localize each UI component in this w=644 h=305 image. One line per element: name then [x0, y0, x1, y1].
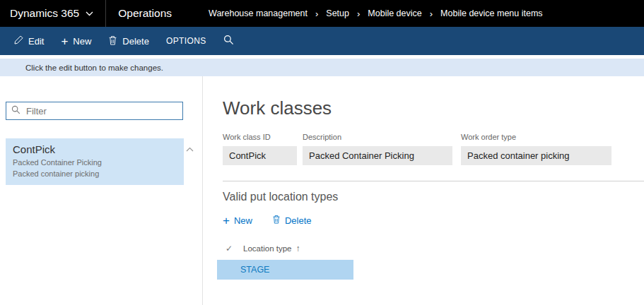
search-icon: [11, 104, 21, 117]
breadcrumb-item-mobile-device-menu-items[interactable]: Mobile device menu items: [440, 8, 543, 18]
field-value[interactable]: Packed Container Picking: [303, 146, 452, 165]
delete-button[interactable]: Delete: [104, 32, 153, 50]
app-window: Dynamics 365 Operations Warehouse manage…: [0, 0, 644, 305]
breadcrumb-separator-icon: ›: [357, 8, 360, 19]
content-area: ContPick Packed Container Picking Packed…: [0, 76, 644, 305]
list-item-subtitle-1: Packed Container Picking: [13, 158, 177, 167]
sort-ascending-icon: ↑: [295, 244, 300, 253]
message-bar-text: Click the edit button to make changes.: [25, 64, 163, 72]
grid-delete-label: Delete: [285, 215, 312, 226]
detail-panel: Work classes Work class ID ContPick Desc…: [203, 76, 644, 305]
breadcrumb-separator-icon: ›: [315, 8, 318, 19]
grid-new-button[interactable]: + New: [223, 215, 252, 226]
field-group-row: Work class ID ContPick Description Packe…: [223, 133, 644, 165]
search-button[interactable]: [219, 32, 238, 50]
options-menu-button[interactable]: OPTIONS: [162, 33, 211, 49]
filter-input[interactable]: [25, 105, 182, 117]
field-value[interactable]: ContPick: [223, 146, 297, 165]
plus-icon: +: [61, 37, 68, 46]
breadcrumb-item-warehouse-management[interactable]: Warehouse management: [209, 8, 308, 18]
field-label: Work class ID: [223, 133, 297, 141]
trash-icon: [272, 215, 281, 226]
grid-new-label: New: [234, 215, 252, 226]
options-label: OPTIONS: [166, 36, 206, 46]
grid-row-stage[interactable]: STAGE: [217, 260, 353, 280]
grid-header-row: ✓ Location type ↑: [223, 244, 644, 253]
list-item-subtitle-2: Packed container picking: [13, 169, 177, 178]
breadcrumb-separator-icon: ›: [430, 8, 433, 19]
grid-delete-button[interactable]: Delete: [272, 215, 312, 226]
brand-label: Dynamics 365: [10, 7, 79, 20]
filter-box: [6, 102, 183, 120]
record-list-panel: ContPick Packed Container Picking Packed…: [0, 76, 203, 305]
brand-menu[interactable]: Dynamics 365: [10, 7, 93, 20]
plus-icon: +: [223, 216, 230, 225]
action-bar: Edit + New Delete OPTIONS: [0, 27, 644, 55]
search-icon: [223, 35, 234, 47]
grid-cell-location-type: STAGE: [240, 265, 269, 275]
select-all-checkmark-icon[interactable]: ✓: [226, 244, 233, 253]
message-bar: Click the edit button to make changes.: [0, 59, 644, 76]
edit-label: Edit: [28, 36, 44, 47]
field-description: Description Packed Container Picking: [303, 133, 452, 165]
field-label: Work order type: [461, 133, 611, 141]
scrollbar-up-icon[interactable]: [186, 142, 194, 155]
field-label: Description: [303, 133, 452, 141]
breadcrumb-item-mobile-device[interactable]: Mobile device: [368, 8, 421, 18]
app-name[interactable]: Operations: [118, 7, 172, 20]
section-title: Valid put location types: [223, 191, 644, 203]
edit-button[interactable]: Edit: [10, 32, 48, 49]
top-nav-bar: Dynamics 365 Operations Warehouse manage…: [0, 0, 644, 27]
list-item-contpick[interactable]: ContPick Packed Container Picking Packed…: [6, 138, 184, 185]
list-item-title: ContPick: [13, 143, 177, 155]
chevron-down-icon: [86, 11, 93, 16]
breadcrumb: Warehouse management › Setup › Mobile de…: [209, 8, 543, 19]
page-title: Work classes: [223, 97, 644, 119]
grid-column-header-location-type[interactable]: Location type: [243, 244, 291, 253]
topbar-divider: [105, 0, 106, 27]
new-label: New: [73, 36, 91, 47]
field-work-order-type: Work order type Packed container picking: [461, 133, 611, 165]
pencil-icon: [14, 35, 23, 47]
new-button[interactable]: + New: [57, 33, 95, 49]
delete-label: Delete: [122, 36, 149, 47]
section-toolbar: + New Delete: [223, 215, 644, 226]
field-value[interactable]: Packed container picking: [461, 146, 611, 165]
breadcrumb-item-setup[interactable]: Setup: [326, 8, 349, 18]
field-work-class-id: Work class ID ContPick: [223, 133, 297, 165]
section-divider: [223, 181, 644, 181]
trash-icon: [108, 35, 117, 47]
